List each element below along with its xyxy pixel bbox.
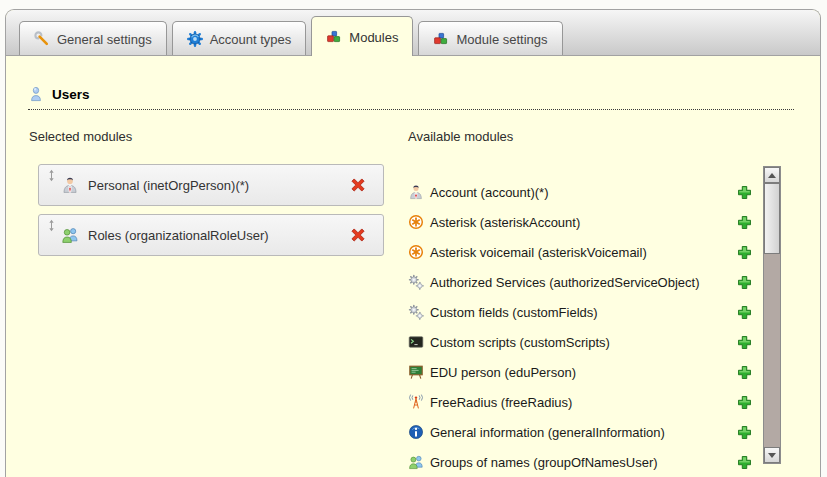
available-module-label: FreeRadius (freeRadius) <box>430 395 572 410</box>
tab-modules[interactable]: Modules <box>311 16 413 56</box>
wrench-icon <box>34 31 50 47</box>
available-module: Custom fields (customFields) <box>408 304 737 320</box>
remove-module-button[interactable] <box>349 226 367 244</box>
available-module-label: EDU person (eduPerson) <box>430 365 576 380</box>
scroll-up-button[interactable] <box>764 167 780 183</box>
antenna-icon <box>408 394 424 410</box>
add-module-button[interactable] <box>737 395 752 410</box>
section-users: Users <box>28 86 794 110</box>
available-module-label: Asterisk (asteriskAccount) <box>430 215 580 230</box>
available-module-label: Asterisk voicemail (asteriskVoicemail) <box>430 245 647 260</box>
add-module-button[interactable] <box>737 275 752 290</box>
available-module-row: Asterisk (asteriskAccount) <box>408 207 752 237</box>
available-modules-heading: Available modules <box>408 129 513 144</box>
add-module-button[interactable] <box>737 365 752 380</box>
plus-icon <box>737 305 752 320</box>
gears-icon <box>408 274 424 290</box>
available-module-row: Groups of names (groupOfNamesUser) <box>408 447 752 477</box>
module-settings-icon <box>433 31 449 47</box>
group-icon <box>61 226 79 244</box>
scroll-down-icon <box>768 453 776 458</box>
section-title: Users <box>52 87 90 102</box>
asterisk-icon <box>408 244 424 260</box>
drag-handle-icon[interactable] <box>47 169 56 182</box>
tab-module-settings[interactable]: Module settings <box>418 21 562 55</box>
selected-module-label: Roles (organizationalRoleUser) <box>88 228 349 243</box>
available-module-row: Account (account)(*) <box>408 177 752 207</box>
add-module-button[interactable] <box>737 305 752 320</box>
selected-module-item[interactable]: Personal (inetOrgPerson)(*) <box>38 164 384 206</box>
info-icon <box>408 424 424 440</box>
tab-label: Modules <box>349 30 398 45</box>
available-module: Custom scripts (customScripts) <box>408 334 737 350</box>
available-module-label: Groups of names (groupOfNamesUser) <box>430 455 658 470</box>
available-modules-list: Account (account)(*)Asterisk (asteriskAc… <box>408 177 752 477</box>
available-module: EDU person (eduPerson) <box>408 364 737 380</box>
tab-label: Module settings <box>456 32 547 47</box>
add-module-button[interactable] <box>737 425 752 440</box>
available-module-row: EDU person (eduPerson) <box>408 357 752 387</box>
add-module-button[interactable] <box>737 455 752 470</box>
businessman-icon <box>408 184 424 200</box>
remove-module-button[interactable] <box>349 176 367 194</box>
plus-icon <box>737 245 752 260</box>
available-module-row: General information (generalInformation) <box>408 417 752 447</box>
available-module-label: Custom fields (customFields) <box>430 305 598 320</box>
available-module-label: Custom scripts (customScripts) <box>430 335 610 350</box>
scroll-down-button[interactable] <box>764 447 780 463</box>
plus-icon <box>737 455 752 470</box>
add-module-button[interactable] <box>737 185 752 200</box>
available-module-row: Authorized Services (authorizedServiceOb… <box>408 267 752 297</box>
available-module-label: Account (account)(*) <box>430 185 549 200</box>
plus-icon <box>737 425 752 440</box>
available-module: Asterisk (asteriskAccount) <box>408 214 737 230</box>
scroll-up-icon <box>768 173 776 178</box>
selected-module-label: Personal (inetOrgPerson)(*) <box>88 178 349 193</box>
businessman-icon <box>61 176 79 194</box>
plus-icon <box>737 335 752 350</box>
tab-account-types[interactable]: Account types <box>172 21 307 55</box>
available-module-row: Custom fields (customFields) <box>408 297 752 327</box>
available-module: FreeRadius (freeRadius) <box>408 394 737 410</box>
selected-modules-heading: Selected modules <box>29 129 132 144</box>
available-module-row: FreeRadius (freeRadius) <box>408 387 752 417</box>
available-module-label: General information (generalInformation) <box>430 425 665 440</box>
plus-icon <box>737 365 752 380</box>
available-module-label: Authorized Services (authorizedServiceOb… <box>430 275 700 290</box>
available-module: Authorized Services (authorizedServiceOb… <box>408 274 737 290</box>
user-icon <box>28 86 44 102</box>
add-module-button[interactable] <box>737 245 752 260</box>
delete-icon <box>349 226 367 244</box>
group-icon <box>408 454 424 470</box>
selected-module-item[interactable]: Roles (organizationalRoleUser) <box>38 214 384 256</box>
tab-general-settings[interactable]: General settings <box>19 21 167 55</box>
tab-label: General settings <box>57 32 152 47</box>
available-module: General information (generalInformation) <box>408 424 737 440</box>
plus-icon <box>737 395 752 410</box>
tab-label: Account types <box>210 32 292 47</box>
available-module: Asterisk voicemail (asteriskVoicemail) <box>408 244 737 260</box>
available-module: Account (account)(*) <box>408 184 737 200</box>
add-module-button[interactable] <box>737 215 752 230</box>
plus-icon <box>737 275 752 290</box>
delete-icon <box>349 176 367 194</box>
scrollbar[interactable] <box>763 166 781 464</box>
available-module-row: Custom scripts (customScripts) <box>408 327 752 357</box>
asterisk-icon <box>408 214 424 230</box>
plus-icon <box>737 215 752 230</box>
drag-handle-icon[interactable] <box>47 219 56 232</box>
chalkboard-icon <box>408 364 424 380</box>
gears-icon <box>408 304 424 320</box>
scroll-thumb[interactable] <box>764 183 780 254</box>
account-types-icon <box>187 31 203 47</box>
config-panel: General settingsAccount typesModulesModu… <box>5 9 821 477</box>
available-module: Groups of names (groupOfNamesUser) <box>408 454 737 470</box>
available-module-row: Asterisk voicemail (asteriskVoicemail) <box>408 237 752 267</box>
add-module-button[interactable] <box>737 335 752 350</box>
tab-bar: General settingsAccount typesModulesModu… <box>6 10 820 56</box>
modules-icon <box>326 29 342 45</box>
terminal-icon <box>408 334 424 350</box>
selected-modules-list: Personal (inetOrgPerson)(*)Roles (organi… <box>38 164 384 264</box>
plus-icon <box>737 185 752 200</box>
